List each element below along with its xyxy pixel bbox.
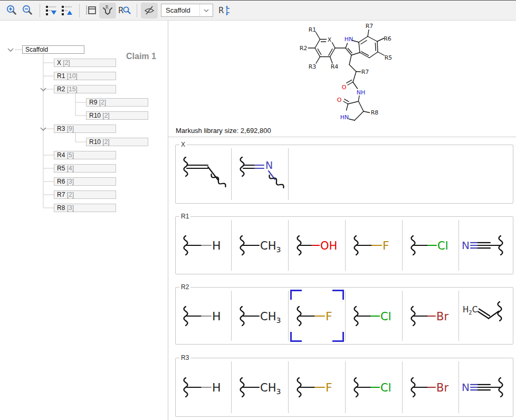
H-fragment-drawing: H xyxy=(177,225,230,265)
panel-layout-button[interactable] xyxy=(83,3,98,18)
vinyl-fragment-drawing: H2C xyxy=(460,296,512,336)
content-divider xyxy=(168,137,516,137)
fragment-cell-r3-ch3[interactable]: CH3 xyxy=(232,358,289,416)
svg-text:N: N xyxy=(265,159,273,171)
tree-node-r9[interactable]: R9 [2] xyxy=(86,98,148,107)
r3-label: R3 xyxy=(309,63,317,70)
amide-nh-label: NH xyxy=(357,89,366,96)
F-fragment-drawing: F xyxy=(348,225,400,265)
visibility-toggle-button[interactable] xyxy=(141,3,158,18)
svg-text:F: F xyxy=(326,310,332,323)
fragment-cell-r1-f[interactable]: F xyxy=(346,217,403,274)
tree-node-label: Scaffold xyxy=(25,46,48,53)
fragment-cell-r3-h[interactable]: H xyxy=(176,358,232,416)
fragment-cell-r2-h[interactable]: H xyxy=(176,288,232,344)
toolbar-separator xyxy=(79,4,80,17)
fragment-panel-r1: R1HCH3OHFClN xyxy=(175,216,513,274)
rgroup-ring-icon: R xyxy=(101,4,114,17)
CN-fragment-drawing: N xyxy=(460,225,512,265)
svg-text:F: F xyxy=(326,381,332,394)
svg-text:Cl: Cl xyxy=(380,310,391,323)
fragment-cell-r1-cn[interactable]: N xyxy=(459,217,513,274)
collapse-all-button[interactable] xyxy=(60,3,74,18)
tree-node-r1[interactable]: R1 [10] xyxy=(54,72,116,80)
zoom-out-button[interactable] xyxy=(20,3,35,18)
scaffold-dropdown-value: Scaffold xyxy=(161,6,199,14)
tree-node-count: [2] xyxy=(102,112,109,119)
tree-node-r10[interactable]: R10 [2] xyxy=(86,138,148,146)
fragment-cell-x-imine[interactable]: N xyxy=(232,145,289,203)
Cl-fragment-drawing: Cl xyxy=(348,367,400,407)
tree-node-label: R4 xyxy=(57,151,65,159)
svg-text:H: H xyxy=(212,310,221,323)
r7-top-label: R7 xyxy=(366,23,374,30)
svg-text:CH3: CH3 xyxy=(260,240,281,254)
OH-fragment-drawing: OH xyxy=(291,225,343,265)
fragment-cell-r2-vinyl[interactable]: H2C xyxy=(459,288,513,344)
zoom-in-button[interactable] xyxy=(4,3,19,18)
fragment-panel-r2: R2HCH3FClBrH2C xyxy=(175,287,513,345)
fragment-cell-r1-cl[interactable]: Cl xyxy=(403,217,459,274)
fragment-cell-r3-br[interactable]: Br xyxy=(403,358,459,416)
tree-node-label: R9 xyxy=(89,99,97,106)
expand-all-button[interactable] xyxy=(44,3,59,18)
tree-node-r6[interactable]: R6 [3] xyxy=(54,177,116,186)
svg-text:CH3: CH3 xyxy=(260,310,281,324)
fragment-cell-r2-f[interactable]: F xyxy=(289,288,346,344)
r4-label: R4 xyxy=(331,63,339,70)
ring-tool-button[interactable]: R xyxy=(99,3,116,18)
chevron-down-icon xyxy=(199,4,213,16)
expand-all-icon xyxy=(45,4,58,17)
tree-node-r8[interactable]: R8 [3] xyxy=(54,204,116,212)
fragment-cell-r3-cl[interactable]: Cl xyxy=(346,358,403,416)
imine-fragment-drawing: N xyxy=(234,154,286,194)
fragment-cell-r1-h[interactable]: H xyxy=(176,217,232,274)
collapse-all-icon xyxy=(61,4,73,17)
r1-label: R1 xyxy=(309,26,317,33)
tree-node-r4[interactable]: R4 [5] xyxy=(54,151,116,159)
tree-node-count: [4] xyxy=(67,165,74,172)
scaffold-atom-labels: R1 X R2 R3 R4 HN R7 R6 R5 R7 O NH O HN R… xyxy=(300,23,393,121)
tree-node-x[interactable]: X [2] xyxy=(54,59,116,67)
H-fragment-drawing: H xyxy=(177,367,230,407)
fragment-cell-r2-cl[interactable]: Cl xyxy=(346,288,403,344)
rgroup-query-button[interactable]: R xyxy=(117,3,132,18)
fragment-cell-x-ene[interactable] xyxy=(176,145,232,203)
tree-node-r5[interactable]: R5 [4] xyxy=(54,164,116,173)
tree-node-r3[interactable]: R3 [9] xyxy=(54,125,116,133)
svg-text:Cl: Cl xyxy=(380,381,391,394)
fragment-cell-r2-ch3[interactable]: CH3 xyxy=(232,288,289,344)
r-attach-icon: R xyxy=(218,4,232,17)
tree-node-r7[interactable]: R7 [2] xyxy=(54,190,116,199)
toolbar-separator xyxy=(40,4,40,17)
fragment-cell-r3-f[interactable]: F xyxy=(289,358,346,416)
svg-text:H: H xyxy=(212,381,221,394)
svg-text:Br: Br xyxy=(436,310,448,323)
svg-text:R: R xyxy=(106,5,109,10)
lactam-o-label: O xyxy=(337,97,342,103)
tree-node-scaffold[interactable]: Scaffold xyxy=(22,45,84,54)
tree-node-r2[interactable]: R2 [15] xyxy=(54,85,116,93)
tree-node-label: R3 xyxy=(57,125,65,132)
scaffold-dropdown[interactable]: Scaffold xyxy=(161,4,213,17)
F-fragment-drawing: F xyxy=(291,296,343,336)
scaffold-structure-canvas[interactable]: R1 X R2 R3 R4 HN R7 R6 R5 R7 O NH O HN R… xyxy=(274,22,448,127)
svg-text:H2C: H2C xyxy=(463,305,477,316)
tree-node-label: R8 xyxy=(57,204,65,212)
panel-divider[interactable] xyxy=(168,21,168,420)
attachment-points-button[interactable]: R xyxy=(217,3,232,18)
fragment-cell-r3-cn[interactable]: N xyxy=(459,358,513,416)
tree-node-label: X xyxy=(57,59,61,66)
r5-label: R5 xyxy=(385,54,393,61)
tree-node-r10[interactable]: R10 [2] xyxy=(86,111,148,120)
amide-o-label: O xyxy=(342,84,347,91)
fragment-cell-r2-br[interactable]: Br xyxy=(403,288,459,344)
tree-node-label: R10 xyxy=(89,112,101,119)
Br-fragment-drawing: Br xyxy=(405,296,457,336)
tree-node-label: R2 xyxy=(57,85,65,93)
tree-node-count: [5] xyxy=(67,151,74,159)
CH3-fragment-drawing: CH3 xyxy=(234,296,286,336)
scaffold-bonds xyxy=(308,30,385,121)
fragment-cell-r1-ch3[interactable]: CH3 xyxy=(232,217,289,274)
fragment-cell-r1-oh[interactable]: OH xyxy=(289,217,346,274)
